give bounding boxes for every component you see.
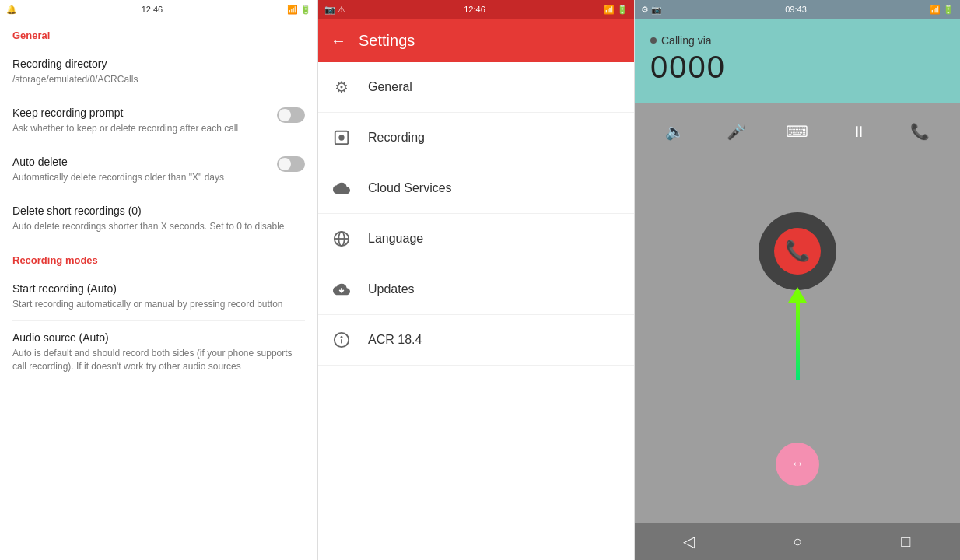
menu-item-updates[interactable]: Updates — [318, 264, 634, 315]
cloud-icon — [331, 177, 352, 199]
settings-toolbar: ← Settings — [318, 19, 634, 62]
settings-title: Settings — [359, 32, 415, 50]
recording-directory-subtitle: /storage/emulated/0/ACRCalls — [12, 73, 299, 86]
calling-dot — [650, 37, 657, 44]
keep-recording-prompt-toggle[interactable] — [277, 107, 305, 123]
call-actions-row: 🔈 🎤 ⌨ ⏸ 📞 — [635, 103, 960, 159]
status-bar-panel3: ⚙ 📷 09:43 📶 🔋 — [635, 0, 960, 19]
call-number: 0000 — [650, 50, 944, 85]
recording-menu-label: Recording — [368, 131, 425, 145]
audio-source-subtitle: Auto is default and should record both s… — [12, 347, 299, 373]
general-section-header: General — [12, 19, 305, 47]
keep-recording-prompt-title: Keep recording prompt — [12, 106, 271, 120]
recording-modes-section-header: Recording modes — [12, 243, 305, 272]
status-time-panel2: 12:46 — [464, 5, 485, 14]
delete-short-recordings-subtitle: Auto delete recordings shorter than X se… — [12, 220, 299, 233]
menu-item-language[interactable]: Language — [318, 214, 634, 264]
general-menu-label: General — [368, 80, 412, 94]
menu-item-cloud-services[interactable]: Cloud Services — [318, 163, 634, 214]
record-button-inner: 📞 — [774, 228, 821, 275]
status-bar-panel2: 📷 ⚠ 12:46 📶 🔋 — [318, 0, 634, 19]
add-call-button[interactable]: 📞 — [905, 116, 936, 147]
call-screen-panel: ⚙ 📷 09:43 📶 🔋 Calling via 0000 🔈 🎤 ⌨ ⏸ 📞 — [635, 0, 960, 560]
auto-delete-item[interactable]: Auto delete Automatically delete recordi… — [12, 145, 305, 194]
recording-directory-item[interactable]: Recording directory /storage/emulated/0/… — [12, 47, 305, 96]
back-nav-button[interactable]: ◁ — [674, 526, 705, 557]
status-time-panel3: 09:43 — [785, 5, 807, 14]
info-icon — [331, 329, 352, 351]
recording-directory-title: Recording directory — [12, 57, 299, 71]
menu-item-acr-version[interactable]: ACR 18.4 — [318, 315, 634, 366]
back-button[interactable]: ← — [331, 32, 346, 50]
hold-button[interactable]: ⏸ — [843, 116, 874, 147]
call-body: 🔈 🎤 ⌨ ⏸ 📞 📞 — [635, 103, 960, 523]
menu-item-general[interactable]: ⚙ General — [318, 62, 634, 113]
keypad-button[interactable]: ⌨ — [782, 116, 813, 147]
status-left-panel3: ⚙ 📷 — [641, 5, 662, 15]
language-icon — [331, 228, 352, 250]
status-right-panel3: 📶 🔋 — [930, 5, 954, 15]
status-bar-panel1: 🔔 12:46 📶 🔋 — [0, 0, 317, 19]
home-nav-button[interactable]: ○ — [782, 526, 813, 557]
settings-detail-panel: 🔔 12:46 📶 🔋 General Recording directory … — [0, 0, 317, 560]
delete-short-recordings-item[interactable]: Delete short recordings (0) Auto delete … — [12, 194, 305, 243]
calling-via-label: Calling via — [650, 34, 944, 47]
status-left-panel2: 📷 ⚠ — [324, 5, 345, 15]
recording-icon — [331, 127, 352, 149]
updates-icon — [331, 278, 352, 300]
keep-recording-prompt-item[interactable]: Keep recording prompt Ask whether to kee… — [12, 96, 305, 145]
updates-menu-label: Updates — [368, 282, 415, 296]
svg-point-1 — [338, 135, 344, 140]
auto-delete-subtitle: Automatically delete recordings older th… — [12, 171, 271, 184]
start-recording-item[interactable]: Start recording (Auto) Start recording a… — [12, 272, 305, 321]
cloud-services-menu-label: Cloud Services — [368, 181, 452, 195]
speaker-button[interactable]: 🔈 — [659, 116, 690, 147]
start-recording-title: Start recording (Auto) — [12, 282, 299, 296]
record-button[interactable]: 📞 — [759, 212, 836, 290]
mute-button[interactable]: 🎤 — [720, 116, 752, 147]
audio-source-item[interactable]: Audio source (Auto) Auto is default and … — [12, 321, 305, 383]
auto-delete-toggle[interactable] — [277, 156, 305, 172]
keep-recording-prompt-subtitle: Ask whether to keep or delete recording … — [12, 122, 271, 135]
gear-icon: ⚙ — [331, 76, 352, 98]
settings-content: General Recording directory /storage/emu… — [0, 19, 317, 560]
swipe-button[interactable]: ↔ — [776, 443, 819, 486]
status-left-panel1: 🔔 — [6, 5, 17, 15]
navigation-bar: ◁ ○ □ — [635, 523, 960, 560]
status-right-panel1: 📶 🔋 — [287, 5, 311, 15]
start-recording-subtitle: Start recording automatically or manual … — [12, 298, 299, 311]
recents-nav-button[interactable]: □ — [890, 526, 921, 557]
acr-version-menu-label: ACR 18.4 — [368, 333, 422, 347]
menu-item-recording[interactable]: Recording — [318, 113, 634, 163]
swipe-icon: ↔ — [790, 456, 804, 472]
settings-menu-list: ⚙ General Recording Cloud Services — [318, 62, 634, 560]
phone-icon: 📞 — [785, 239, 810, 263]
language-menu-label: Language — [368, 232, 423, 246]
status-time-panel1: 12:46 — [142, 5, 163, 14]
audio-source-title: Audio source (Auto) — [12, 331, 299, 345]
delete-short-recordings-title: Delete short recordings (0) — [12, 204, 299, 218]
call-header: Calling via 0000 — [635, 19, 960, 103]
call-center-area: 📞 ↔ — [635, 159, 960, 523]
status-right-panel2: 📶 🔋 — [604, 5, 628, 15]
auto-delete-title: Auto delete — [12, 155, 271, 169]
settings-menu-panel: 📷 ⚠ 12:46 📶 🔋 ← Settings ⚙ General Recor… — [317, 0, 635, 560]
